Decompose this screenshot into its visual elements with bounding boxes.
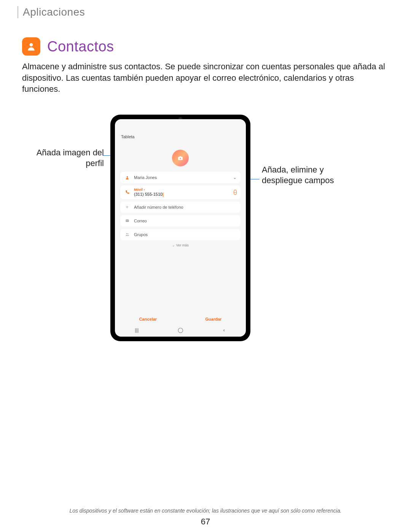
svg-point-0 [30,43,33,46]
disclaimer-text: Los dispositivos y el software están en … [0,508,411,514]
person-icon [125,175,129,180]
save-button[interactable]: Guardar [206,317,222,321]
svg-point-6 [126,233,127,234]
groups-label: Grupos [134,232,148,237]
recents-nav-icon[interactable]: ||| [134,327,139,333]
phone-icon [125,190,129,195]
name-field[interactable]: Maria Jones ⌄ [120,172,241,183]
contacts-app-icon [22,37,40,56]
email-label: Correo [134,219,147,223]
phone-value: (311) 555-1510 [134,192,162,197]
back-nav-icon[interactable]: ‹ [221,327,227,333]
chevron-down-icon[interactable]: ⌄ [233,175,237,180]
tablet-screen: Tableta Maria Jones ⌄ Móvil (311) 555-15… [115,119,246,337]
annotation-fields: Añada, elimine y despliegue campos [262,165,357,186]
add-phone-label: Añadir número de teléfono [134,205,183,209]
remove-field-button[interactable]: − [234,190,237,195]
tablet-frame: Tableta Maria Jones ⌄ Móvil (311) 555-15… [110,115,250,341]
screen-storage-label: Tableta [121,134,134,139]
android-nav-bar: ||| ◯ ‹ [115,327,246,333]
svg-rect-5 [126,219,129,222]
bottom-actions: Cancelar Guardar [115,317,246,321]
add-phone-row[interactable]: + Añadir número de teléfono [120,201,241,213]
annotation-profile-image: Añada imagen del perfil [22,147,104,169]
svg-point-2 [180,158,181,159]
svg-point-4 [126,176,128,177]
svg-point-7 [127,233,128,234]
page-title: Contactos [47,38,114,55]
cancel-button[interactable]: Cancelar [139,317,157,321]
camera-icon [178,156,183,160]
groups-field[interactable]: Grupos [120,229,241,240]
phone-type-label[interactable]: Móvil [134,188,229,192]
title-row: Contactos [22,37,114,56]
page-number: 67 [0,517,411,527]
name-value: Maria Jones [134,175,157,180]
email-field[interactable]: Correo [120,215,241,227]
mail-icon [125,219,129,223]
section-header: Aplicaciones [18,6,85,18]
see-more-button[interactable]: Ver más [115,243,246,247]
profile-image-button[interactable] [172,150,189,166]
group-icon [125,232,129,237]
text-cursor [163,193,163,197]
minus-icon: − [234,190,237,195]
svg-rect-3 [180,156,182,157]
page-description: Almacene y administre sus contactos. Se … [22,61,389,95]
home-nav-icon[interactable]: ◯ [178,327,183,333]
plus-icon: + [125,205,129,209]
phone-field[interactable]: Móvil (311) 555-1510 − [120,185,241,199]
